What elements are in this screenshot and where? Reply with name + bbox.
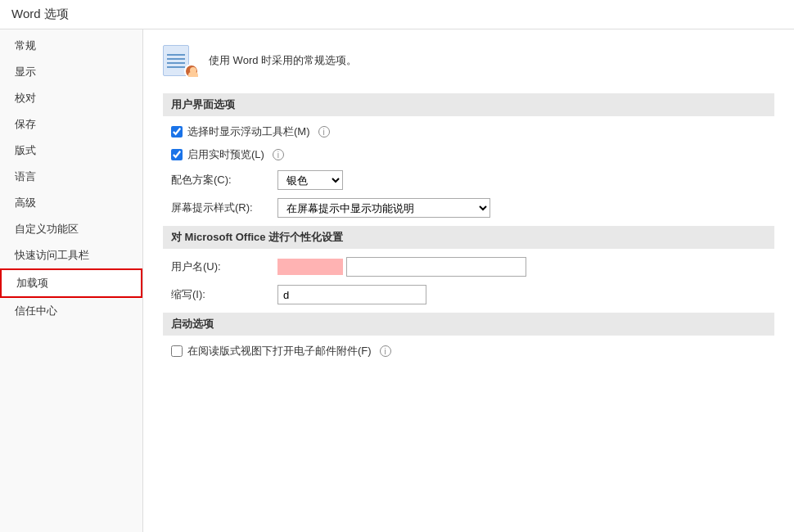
sidebar-item-language[interactable]: 语言 (0, 164, 142, 190)
checkbox-show-toolbar[interactable] (171, 126, 183, 138)
row-live-preview: 启用实时预览(L) i (163, 147, 774, 162)
tooltip-style-label: 屏幕提示样式(R): (171, 201, 277, 215)
color-scheme-select[interactable]: 银色 蓝色 黑色 (277, 170, 343, 190)
word-icon (163, 43, 199, 79)
word-options-dialog: Word 选项 常规显示校对保存版式语言高级自定义功能区快速访问工具栏加载项信任… (0, 0, 794, 532)
header-description: 使用 Word 时采用的常规选项。 (209, 53, 357, 68)
row-color-scheme: 配色方案(C): 银色 蓝色 黑色 (163, 170, 774, 190)
sidebar-item-addins[interactable]: 加载项 (0, 268, 142, 298)
row-open-email: 在阅读版式视图下打开电子邮件附件(F) i (163, 344, 774, 358)
doc-lines (167, 54, 185, 70)
checkbox-live-preview-label[interactable]: 启用实时预览(L) i (171, 147, 284, 162)
username-blurred-value (277, 259, 343, 275)
sidebar-item-trust_center[interactable]: 信任中心 (0, 298, 142, 324)
dialog-title: Word 选项 (11, 7, 69, 20)
checkbox-open-email-label[interactable]: 在阅读版式视图下打开电子邮件附件(F) i (171, 344, 391, 358)
sidebar-item-proofing[interactable]: 校对 (0, 85, 142, 111)
tooltip-style-select[interactable]: 在屏幕提示中显示功能说明 不在屏幕提示中显示功能说明 不显示屏幕提示 (277, 198, 490, 218)
person-circle-icon (184, 64, 199, 79)
color-scheme-label: 配色方案(C): (171, 173, 277, 187)
info-icon-email: i (380, 345, 391, 357)
info-icon-toolbar: i (318, 126, 330, 138)
sidebar-item-format[interactable]: 版式 (0, 138, 142, 164)
username-label: 用户名(U): (171, 259, 277, 274)
title-bar: Word 选项 (0, 0, 794, 29)
row-tooltip-style: 屏幕提示样式(R): 在屏幕提示中显示功能说明 不在屏幕提示中显示功能说明 不显… (163, 198, 774, 218)
row-username: 用户名(U): (163, 257, 774, 277)
section-ui-options: 用户界面选项 (163, 93, 774, 116)
sidebar-item-customize_ribbon[interactable]: 自定义功能区 (0, 216, 142, 242)
checkbox-show-toolbar-label[interactable]: 选择时显示浮动工具栏(M) i (171, 124, 330, 139)
sidebar: 常规显示校对保存版式语言高级自定义功能区快速访问工具栏加载项信任中心 (0, 29, 143, 532)
content-area: 常规显示校对保存版式语言高级自定义功能区快速访问工具栏加载项信任中心 (0, 29, 794, 532)
username-input[interactable] (346, 257, 526, 277)
sidebar-item-general[interactable]: 常规 (0, 33, 142, 59)
section-startup: 启动选项 (163, 313, 774, 336)
sidebar-item-display[interactable]: 显示 (0, 59, 142, 85)
main-header: 使用 Word 时采用的常规选项。 (163, 43, 774, 79)
sidebar-item-quick_access[interactable]: 快速访问工具栏 (0, 242, 142, 268)
abbrev-label: 缩写(I): (171, 287, 277, 302)
row-show-toolbar: 选择时显示浮动工具栏(M) i (163, 124, 774, 139)
section-personalize: 对 Microsoft Office 进行个性化设置 (163, 226, 774, 249)
main-panel: 使用 Word 时采用的常规选项。 用户界面选项 选择时显示浮动工具栏(M) i… (143, 29, 794, 532)
info-icon-preview: i (273, 149, 284, 160)
checkbox-live-preview[interactable] (171, 149, 183, 160)
abbrev-input[interactable] (277, 285, 426, 304)
sidebar-item-save[interactable]: 保存 (0, 111, 142, 138)
sidebar-item-advanced[interactable]: 高级 (0, 190, 142, 216)
checkbox-open-email[interactable] (171, 345, 183, 357)
row-abbrev: 缩写(I): (163, 285, 774, 304)
